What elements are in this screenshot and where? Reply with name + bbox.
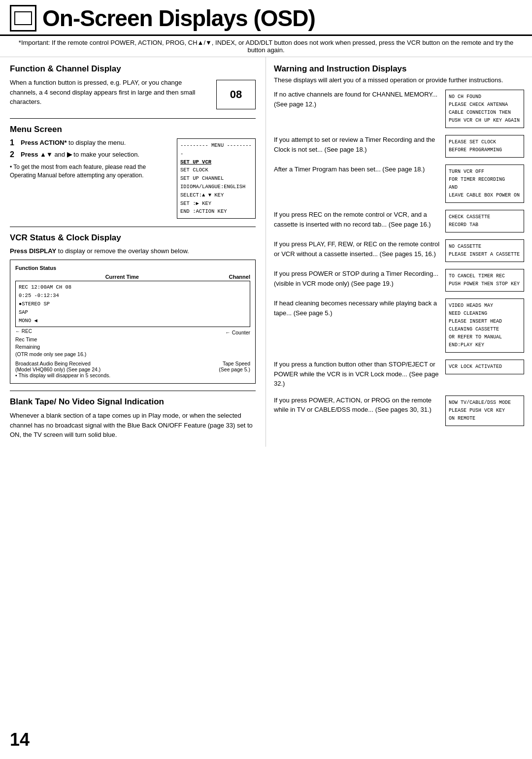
left-column: Function & Channel Display When a functi… bbox=[0, 57, 266, 447]
warning-item-0: If no active channels are found for CHAN… bbox=[274, 90, 524, 128]
tv-icon bbox=[10, 5, 36, 32]
warning-display-box-3: CHECK CASSETTERECORD TAB bbox=[445, 210, 524, 232]
step-1-num: 1 bbox=[10, 138, 18, 147]
readout-line5: MONO ◀ bbox=[19, 317, 247, 325]
divider-1 bbox=[10, 118, 256, 119]
warning-item-2: After a Timer Program has been set... (S… bbox=[274, 165, 524, 203]
warning-items-container: If no active channels are found for CHAN… bbox=[274, 90, 524, 426]
tape-speed-labels: Tape Speed (See page 5.) bbox=[219, 361, 250, 378]
function-channel-body: When a function button is pressed, e.g. … bbox=[10, 78, 256, 109]
readout-line3: ●STEREO SP bbox=[19, 300, 247, 308]
function-status-label: Function Status bbox=[15, 265, 250, 271]
vcr-bottom-labels: Broadcast Audio Being Received (Model VH… bbox=[15, 361, 250, 378]
warning-item-text-7: If you press a function button other tha… bbox=[274, 360, 440, 389]
menu-body: 1 Press ACTION* to display the menu. 2 P… bbox=[10, 138, 256, 219]
warning-item-8: If you press POWER, ACTION, or PROG on t… bbox=[274, 396, 524, 426]
vcr-readout-box: REC 12:00AM CH 08 0:25 -0:12:34 ●STEREO … bbox=[15, 281, 250, 327]
warning-item-text-0: If no active channels are found for CHAN… bbox=[274, 90, 440, 109]
readout-line2: 0:25 -0:12:34 bbox=[19, 292, 247, 300]
warning-display-box-1: PLEASE SET CLOCKBEFORE PROGRAMMING bbox=[445, 135, 524, 158]
readout-line4: SAP bbox=[19, 308, 247, 317]
warning-display-box-4: NO CASSETTEPLEASE INSERT A CASSETTE bbox=[445, 239, 524, 262]
vcr-status-heading: VCR Status & Clock Display bbox=[10, 233, 256, 243]
warning-item-1: If you attempt to set or review a Timer … bbox=[274, 135, 524, 158]
right-column: Warning and Instruction Displays These d… bbox=[266, 57, 532, 447]
function-channel-text: When a function button is pressed, e.g. … bbox=[10, 78, 210, 107]
menu-step-2: 2 Press ▲▼ and ▶ to make your selection. bbox=[10, 150, 172, 159]
blank-tape-section: Blank Tape/ No Video Signal Indication W… bbox=[10, 397, 256, 440]
channel-display-box: 08 bbox=[216, 80, 256, 109]
page-title: On-Screen Displays (OSD) bbox=[42, 7, 315, 30]
menu-note: • To get the most from each feature, ple… bbox=[10, 163, 172, 180]
readout-line1: REC 12:00AM CH 08 bbox=[19, 283, 247, 292]
warning-heading: Warning and Instruction Displays bbox=[274, 64, 524, 74]
channel-label: Channel bbox=[229, 274, 250, 280]
warning-item-text-6: If head cleaning becomes necessary while… bbox=[274, 298, 440, 318]
vcr-diagram-wrapper: Function Status Current Time Channel REC… bbox=[10, 260, 256, 384]
warning-display-box-6: VIDEO HEADS MAYNEED CLEANINGPLEASE INSER… bbox=[445, 298, 524, 353]
step-2-text: Press ▲▼ and ▶ to make your selection. bbox=[21, 150, 139, 159]
menu-display-box: --------- MENU ---------SET UP VCRSET CL… bbox=[177, 138, 256, 219]
vcr-diagram: Function Status Current Time Channel REC… bbox=[10, 260, 256, 384]
vcr-status-section: VCR Status & Clock Display Press DISPLAY… bbox=[10, 233, 256, 384]
main-content: Function & Channel Display When a functi… bbox=[0, 57, 532, 447]
warning-intro: These displays will alert you of a misse… bbox=[274, 76, 524, 85]
menu-step-1: 1 Press ACTION* to display the menu. bbox=[10, 138, 172, 147]
tv-screen bbox=[14, 11, 32, 25]
vcr-status-text: Press DISPLAY to display or remove the o… bbox=[10, 247, 256, 256]
warning-display-box-0: NO CH FOUNDPLEASE CHECK ANTENNACABLE CON… bbox=[445, 90, 524, 128]
menu-steps: 1 Press ACTION* to display the menu. 2 P… bbox=[10, 138, 172, 180]
function-channel-section: Function & Channel Display When a functi… bbox=[10, 64, 256, 109]
function-channel-heading: Function & Channel Display bbox=[10, 64, 256, 74]
page-header: On-Screen Displays (OSD) bbox=[0, 0, 532, 36]
page-number: 14 bbox=[10, 729, 30, 750]
current-time-label: Current Time bbox=[105, 274, 139, 280]
warning-item-text-4: If you press PLAY, FF, REW, or REC on th… bbox=[274, 239, 440, 259]
step-1-text: Press ACTION* to display the menu. bbox=[21, 138, 126, 147]
warning-display-box-7: VCR LOCK ACTIVATED bbox=[445, 360, 524, 374]
warning-item-4: If you press PLAY, FF, REW, or REC on th… bbox=[274, 239, 524, 262]
vcr-labels-below: ← REC Rec Time Remaining (OTR mode only … bbox=[15, 329, 250, 358]
warning-item-text-1: If you attempt to set or review a Timer … bbox=[274, 135, 440, 154]
blank-tape-text: Whenever a blank section of a tape comes… bbox=[10, 411, 256, 440]
rec-time-labels: ← REC Rec Time Remaining (OTR mode only … bbox=[15, 329, 86, 358]
counter-label-right: ← Counter bbox=[225, 329, 250, 336]
warning-item-text-5: If you press POWER or STOP during a Time… bbox=[274, 269, 440, 288]
warning-item-text-3: If you press REC on the remote control o… bbox=[274, 210, 440, 229]
warning-item-6: If head cleaning becomes necessary while… bbox=[274, 298, 524, 353]
step-2-num: 2 bbox=[10, 150, 18, 159]
menu-screen-heading: Menu Screen bbox=[10, 125, 256, 134]
broadcast-labels: Broadcast Audio Being Received (Model VH… bbox=[15, 361, 110, 378]
warning-display-box-2: TURN VCR OFFFOR TIMER RECORDINGANDLEAVE … bbox=[445, 165, 524, 203]
important-note: *Important: If the remote control POWER,… bbox=[0, 36, 532, 57]
warning-item-5: If you press POWER or STOP during a Time… bbox=[274, 269, 524, 292]
warning-item-text-8: If you press POWER, ACTION, or PROG on t… bbox=[274, 396, 440, 415]
warning-item-7: If you press a function button other tha… bbox=[274, 360, 524, 389]
menu-section: Menu Screen 1 Press ACTION* to display t… bbox=[10, 125, 256, 219]
blank-tape-heading: Blank Tape/ No Video Signal Indication bbox=[10, 397, 256, 407]
divider-2 bbox=[10, 227, 256, 227]
warning-item-text-2: After a Timer Program has been set... (S… bbox=[274, 165, 440, 174]
divider-3 bbox=[10, 391, 256, 391]
warning-display-box-5: TO CANCEL TIMER RECPUSH POWER THEN STOP … bbox=[445, 269, 524, 292]
warning-item-3: If you press REC on the remote control o… bbox=[274, 210, 524, 232]
warning-display-box-8: NOW TV/CABLE/DSS MODEPLEASE PUSH VCR KEY… bbox=[445, 396, 524, 426]
